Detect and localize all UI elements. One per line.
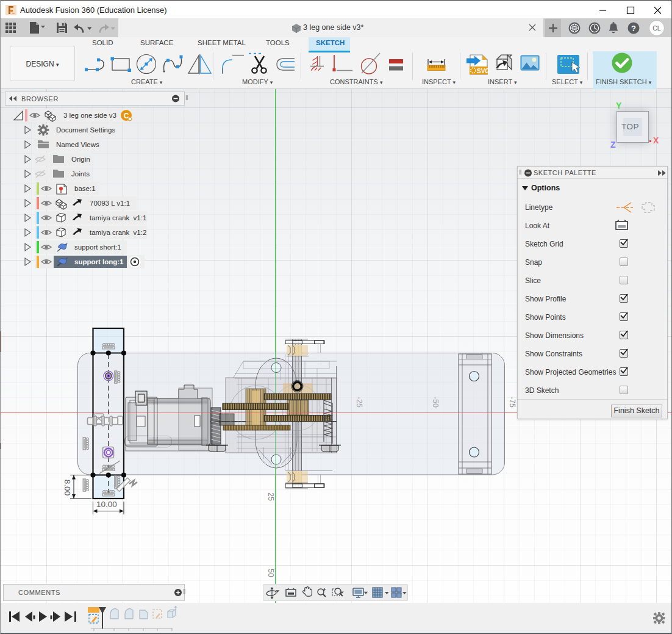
- svg-text:8.00: 8.00: [63, 480, 72, 495]
- svg-text:70093 L v1:1: 70093 L v1:1: [90, 200, 130, 207]
- svg-text:25: 25: [266, 492, 275, 501]
- svg-text:50: 50: [266, 569, 275, 577]
- svg-text:-75: -75: [508, 397, 517, 408]
- svg-text:Named Views: Named Views: [56, 141, 99, 148]
- svg-text:tamiya crank v1:1: tamiya crank v1:1: [90, 214, 146, 222]
- svg-text:Origin: Origin: [71, 156, 90, 163]
- svg-text:base:1: base:1: [74, 185, 96, 192]
- svg-text:support short:1: support short:1: [74, 243, 121, 251]
- svg-text:10.00: 10.00: [96, 500, 117, 509]
- svg-text:3 leg one side v3: 3 leg one side v3: [63, 112, 116, 119]
- svg-text:CL: CL: [652, 24, 661, 32]
- svg-text:?: ?: [631, 24, 636, 33]
- svg-text:Document Settings: Document Settings: [56, 126, 115, 134]
- svg-text:support long:1: support long:1: [74, 258, 124, 265]
- svg-text:tamiya crank v1:2: tamiya crank v1:2: [90, 229, 146, 236]
- svg-text:Joints: Joints: [71, 170, 90, 178]
- svg-text:SVG: SVG: [477, 68, 490, 74]
